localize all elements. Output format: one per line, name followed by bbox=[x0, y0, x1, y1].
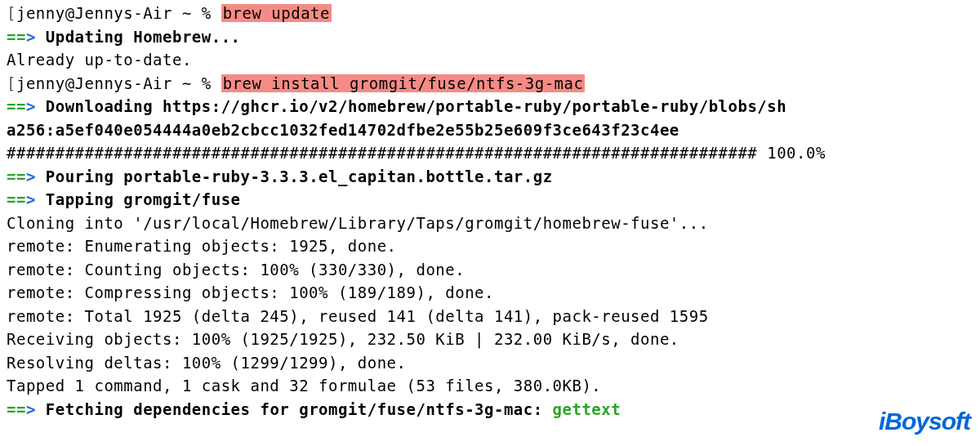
output-compressing: remote: Compressing objects: 100% (189/1… bbox=[7, 281, 973, 305]
output-progress-bar: ########################################… bbox=[7, 141, 973, 165]
output-resolving: Resolving deltas: 100% (1299/1299), done… bbox=[7, 351, 973, 375]
prompt-line-2: [jenny@Jennys-Air ~ % brew install gromg… bbox=[7, 72, 973, 96]
output-sha: a256:a5ef040e054444a0eb2cbcc1032fed14702… bbox=[7, 118, 973, 142]
output-fetching-deps: ==> Fetching dependencies for gromgit/fu… bbox=[7, 398, 973, 421]
command-highlight-1: brew update bbox=[221, 4, 332, 22]
output-tapped: Tapped 1 command, 1 cask and 32 formulae… bbox=[7, 374, 973, 398]
output-updating: ==> Updating Homebrew... bbox=[7, 25, 973, 49]
output-downloading-1: ==> Downloading https://ghcr.io/v2/homeb… bbox=[7, 95, 973, 118]
output-pouring: ==> Pouring portable-ruby-3.3.3.el_capit… bbox=[7, 165, 973, 189]
terminal-output[interactable]: [jenny@Jennys-Air ~ % brew update ==> Up… bbox=[7, 2, 973, 421]
watermark-iboysoft: iBoysoft bbox=[879, 403, 970, 439]
output-receiving: Receiving objects: 100% (1925/1925), 232… bbox=[7, 328, 973, 351]
command-highlight-2: brew install gromgit/fuse/ntfs-3g-mac bbox=[221, 74, 586, 92]
output-tapping: ==> Tapping gromgit/fuse bbox=[7, 188, 973, 212]
output-cloning: Cloning into '/usr/local/Homebrew/Librar… bbox=[7, 212, 973, 235]
prompt-user-host: jenny@Jennys-Air ~ % bbox=[16, 4, 221, 22]
dependency-gettext: gettext bbox=[553, 400, 621, 418]
output-uptodate: Already up-to-date. bbox=[7, 48, 973, 72]
prompt-line-1: [jenny@Jennys-Air ~ % brew update bbox=[7, 2, 973, 25]
output-enumerating: remote: Enumerating objects: 1925, done. bbox=[7, 234, 973, 258]
output-total: remote: Total 1925 (delta 245), reused 1… bbox=[7, 305, 973, 328]
prompt-user-host: jenny@Jennys-Air ~ % bbox=[16, 74, 221, 92]
bracket-left: [ bbox=[7, 74, 16, 92]
bracket-left: [ bbox=[7, 4, 16, 22]
output-counting: remote: Counting objects: 100% (330/330)… bbox=[7, 258, 973, 282]
